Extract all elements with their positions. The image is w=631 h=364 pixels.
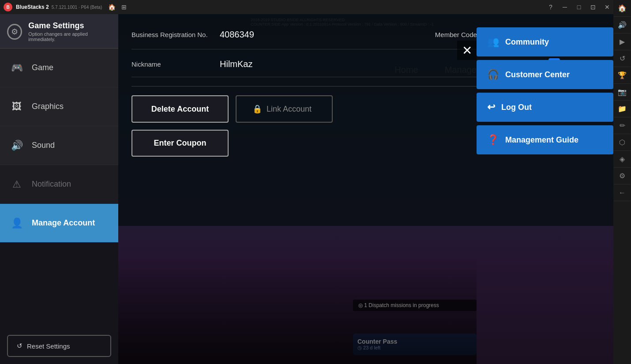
sidebar-item-sound[interactable]: 🔊 Sound <box>0 126 118 165</box>
settings-subtitle: Option changes are applied immediately. <box>28 31 111 42</box>
reset-settings-button[interactable]: ↺ Reset Settings <box>7 335 111 357</box>
game-icon: 🎮 <box>9 60 25 76</box>
sidebar-item-notification[interactable]: ⚠ Notification <box>0 165 118 204</box>
maximize-button[interactable]: ⊡ <box>587 0 599 14</box>
sidebar-camera-icon[interactable]: 📷 <box>614 84 631 101</box>
nickname-label: Nickname <box>131 60 220 68</box>
titlebar-controls: ? ─ □ ⊡ ✕ <box>545 0 613 14</box>
sound-icon: 🔊 <box>9 138 25 154</box>
link-account-button[interactable]: 🔒 Link Account <box>236 95 333 123</box>
close-button[interactable]: ✕ <box>601 0 613 14</box>
settings-header: ⚙ Game Settings Option changes are appli… <box>0 14 118 49</box>
game-label: Game <box>32 63 53 72</box>
sound-label: Sound <box>32 141 55 150</box>
app-logo: B <box>4 3 12 11</box>
blue-buttons-panel: 👥 Community 🎧 Customer Center ↩ Log Out … <box>477 14 613 168</box>
log-out-button[interactable]: ↩ Log Out <box>477 93 613 122</box>
community-icon: 👥 <box>487 36 499 48</box>
sidebar-rotate-icon[interactable]: ↺ <box>614 50 631 67</box>
help-button[interactable]: ? <box>545 0 557 14</box>
grid-icon[interactable]: ⊞ <box>120 3 128 11</box>
sidebar-item-manage-account[interactable]: 👤 Manage Account <box>0 204 118 243</box>
community-button[interactable]: 👥 Community <box>477 27 613 56</box>
settings-panel: ⚙ Game Settings Option changes are appli… <box>0 14 118 364</box>
counter-pass: Counter Pass ◷ 23 d left <box>353 334 477 355</box>
sidebar-back-icon[interactable]: ← <box>614 184 631 201</box>
manage-account-icon: 👤 <box>9 215 25 231</box>
graphics-icon: 🖼 <box>9 99 25 115</box>
right-sidebar: 🏠 🔊 ▶ ↺ 🏆 📷 📁 ✏ ⬡ ◈ ⚙ ← <box>613 0 631 364</box>
counter-pass-title: Counter Pass <box>357 338 472 345</box>
counter-pass-subtitle: ◷ 23 d left <box>357 345 472 351</box>
home-icon[interactable]: 🏠 <box>107 3 116 11</box>
sidebar-layers-icon[interactable]: ⬡ <box>614 134 631 151</box>
settings-title: Game Settings <box>28 21 111 30</box>
logout-icon: ↩ <box>487 101 495 113</box>
minimize-button[interactable]: ─ <box>559 0 571 14</box>
main-content: 2018-2019 STUDIO BSIDE ALLRIGHTS RESERVE… <box>118 14 613 364</box>
sidebar-macro-icon[interactable]: ◈ <box>614 151 631 168</box>
sidebar-trophy-icon[interactable]: 🏆 <box>614 67 631 84</box>
sidebar-volume-icon[interactable]: 🔊 <box>614 17 631 34</box>
management-guide-label: Management Guide <box>505 135 578 145</box>
business-reg-value: 4086349 <box>220 30 435 40</box>
headset-icon: 🎧 <box>487 69 499 80</box>
sidebar-folder-icon[interactable]: 📁 <box>614 101 631 117</box>
management-guide-button[interactable]: ❓ Management Guide <box>477 125 613 154</box>
question-icon: ❓ <box>487 134 499 146</box>
dispatch-text: ◎ 1 Dispatch missions in progress <box>358 302 439 308</box>
manage-account-label: Manage Account <box>32 218 95 228</box>
sidebar-settings-icon[interactable]: ⚙ <box>614 168 631 184</box>
sidebar-home-icon[interactable]: 🏠 <box>614 0 631 17</box>
log-out-label: Log Out <box>501 103 532 112</box>
notification-icon: ⚠ <box>9 176 25 192</box>
nav-items: 🎮 Game 🖼 Graphics 🔊 Sound ⚠ Notification… <box>0 49 118 328</box>
app-version: 5.7.121.1001 · P64 (Beta) <box>52 5 102 10</box>
reset-icon: ↺ <box>17 342 23 350</box>
notification-label: Notification <box>32 180 71 189</box>
dispatch-bar: ◎ 1 Dispatch missions in progress <box>353 300 477 311</box>
sidebar-play-icon[interactable]: ▶ <box>614 34 631 50</box>
graphics-label: Graphics <box>32 102 64 111</box>
customer-center-label: Customer Center <box>505 70 570 79</box>
reset-label: Reset Settings <box>27 342 70 350</box>
community-label: Community <box>505 38 549 47</box>
customer-center-button[interactable]: 🎧 Customer Center <box>477 60 613 89</box>
delete-account-button[interactable]: Delete Account <box>131 95 229 123</box>
sidebar-item-graphics[interactable]: 🖼 Graphics <box>0 87 118 126</box>
sidebar-edit-icon[interactable]: ✏ <box>614 117 631 134</box>
enter-coupon-button[interactable]: Enter Coupon <box>131 130 229 157</box>
close-settings-button[interactable]: ✕ <box>457 41 477 60</box>
sidebar-item-game[interactable]: 🎮 Game <box>0 49 118 87</box>
app-name: BlueStacks 2 <box>16 4 49 10</box>
titlebar-icons: 🏠 ⊞ <box>107 3 128 11</box>
business-reg-label: Business Registration No. <box>131 31 220 38</box>
member-code-label: Member Code <box>435 31 477 38</box>
titlebar: B BlueStacks 2 5.7.121.1001 · P64 (Beta)… <box>0 0 613 14</box>
link-account-label: Link Account <box>267 105 312 114</box>
gear-icon: ⚙ <box>7 24 22 40</box>
restore-button[interactable]: □ <box>573 0 585 14</box>
lock-icon: 🔒 <box>252 104 262 114</box>
game-overlay: ⚙ Game Settings Option changes are appli… <box>0 14 613 364</box>
